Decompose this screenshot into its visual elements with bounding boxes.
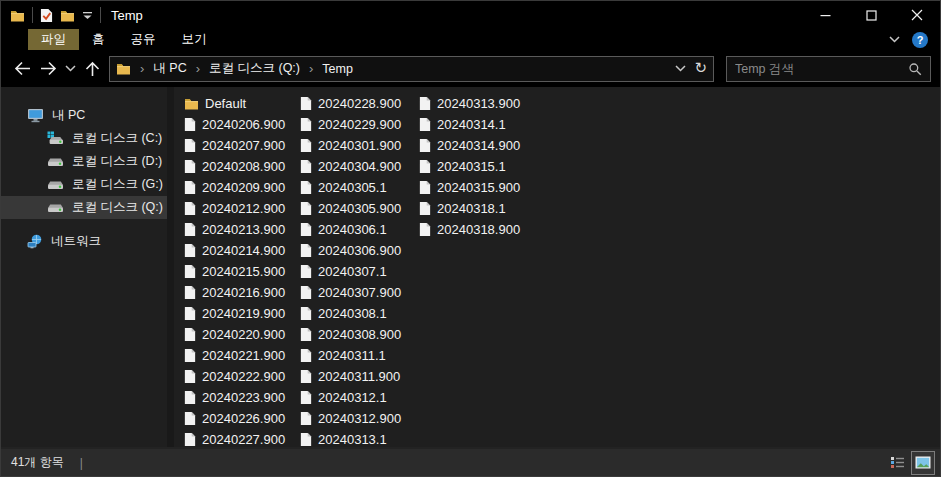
file-name: 20240227.900 <box>202 432 285 447</box>
file-item[interactable]: 20240213.900 <box>184 219 298 240</box>
file-item[interactable]: 20240318.1 <box>419 198 533 219</box>
file-list-pane[interactable]: Default20240206.90020240207.90020240208.… <box>174 87 940 447</box>
tab-0-파일[interactable]: 파일 <box>28 29 79 50</box>
search-box[interactable] <box>726 56 931 82</box>
breadcrumb-chevron-icon[interactable]: › <box>133 61 151 76</box>
thumbnail-view-button[interactable] <box>912 452 934 474</box>
breadcrumb-segment[interactable]: Temp <box>322 62 353 76</box>
file-item[interactable]: 20240313.900 <box>419 93 533 114</box>
file-name: 20240220.900 <box>202 327 285 342</box>
file-item[interactable]: 20240222.900 <box>184 366 298 387</box>
refresh-icon[interactable]: ↻ <box>694 59 707 77</box>
breadcrumb-chevron-icon[interactable]: › <box>189 61 207 76</box>
file-name: 20240219.900 <box>202 306 285 321</box>
file-item[interactable]: 20240215.900 <box>184 261 298 282</box>
sidebar-item-label: 로컬 디스크 (Q:) <box>72 199 163 216</box>
file-item[interactable]: 20240306.900 <box>300 240 414 261</box>
file-item[interactable]: 20240207.900 <box>184 135 298 156</box>
file-item[interactable]: 20240216.900 <box>184 282 298 303</box>
file-item[interactable]: 20240318.900 <box>419 219 533 240</box>
recent-locations-button[interactable] <box>63 57 77 81</box>
up-button[interactable] <box>81 57 103 81</box>
file-item[interactable]: 20240214.900 <box>184 240 298 261</box>
file-item[interactable]: 20240206.900 <box>184 114 298 135</box>
file-item[interactable]: 20240315.1 <box>419 156 533 177</box>
file-item[interactable]: 20240311.1 <box>300 345 414 366</box>
file-item[interactable]: 20240226.900 <box>184 408 298 429</box>
file-item[interactable]: 20240306.1 <box>300 219 414 240</box>
file-name: 20240305.900 <box>318 201 401 216</box>
file-name: 20240301.900 <box>318 138 401 153</box>
file-item[interactable]: 20240209.900 <box>184 177 298 198</box>
file-name: 20240206.900 <box>202 117 285 132</box>
file-item[interactable]: 20240308.900 <box>300 324 414 345</box>
file-icon <box>184 180 196 195</box>
breadcrumb-chevron-icon[interactable]: › <box>302 61 320 76</box>
file-icon <box>184 138 196 153</box>
search-icon[interactable] <box>908 62 922 76</box>
file-item[interactable]: 20240311.900 <box>300 366 414 387</box>
back-button[interactable] <box>11 57 33 81</box>
forward-button[interactable] <box>37 57 59 81</box>
file-item[interactable]: 20240301.900 <box>300 135 414 156</box>
help-button[interactable]: ? <box>912 32 928 48</box>
status-divider: | <box>80 456 83 470</box>
search-input[interactable] <box>735 62 908 76</box>
file-item[interactable]: 20240208.900 <box>184 156 298 177</box>
file-icon <box>300 222 312 237</box>
file-item[interactable]: 20240312.900 <box>300 408 414 429</box>
sidebar-item-my-pc[interactable]: 내 PC <box>1 104 167 127</box>
details-view-button[interactable] <box>886 452 908 474</box>
arrow-up-icon <box>85 61 100 77</box>
tab-1-홈[interactable]: 홈 <box>79 29 118 50</box>
file-item[interactable]: 20240305.900 <box>300 198 414 219</box>
file-name: 20240314.900 <box>437 138 520 153</box>
minimize-button[interactable] <box>802 1 848 29</box>
ribbon-tab-row: 파일홈공유보기 ? <box>1 29 940 50</box>
file-item[interactable]: 20240223.900 <box>184 387 298 408</box>
breadcrumb-segment[interactable]: 내 PC <box>153 60 186 77</box>
file-icon <box>184 411 196 426</box>
sidebar-item-label: 내 PC <box>52 107 85 124</box>
file-item[interactable]: 20240314.1 <box>419 114 533 135</box>
file-name: 20240208.900 <box>202 159 285 174</box>
file-item[interactable]: 20240212.900 <box>184 198 298 219</box>
address-bar[interactable]: ›내 PC›로컬 디스크 (Q:)›Temp ↻ <box>109 56 714 82</box>
file-name: 20240311.1 <box>318 348 386 363</box>
file-icon <box>184 348 196 363</box>
breadcrumb-segment[interactable]: 로컬 디스크 (Q:) <box>209 60 300 77</box>
sidebar-item-disk-g[interactable]: 로컬 디스크 (G:) <box>1 173 167 196</box>
file-item[interactable]: 20240307.1 <box>300 261 414 282</box>
address-dropdown-chevron-down-icon[interactable] <box>675 65 686 72</box>
file-item[interactable]: 20240314.900 <box>419 135 533 156</box>
tab-3-보기[interactable]: 보기 <box>169 29 220 50</box>
file-item[interactable]: 20240228.900 <box>300 93 414 114</box>
drive-icon <box>47 201 64 214</box>
file-icon <box>300 96 312 111</box>
file-item[interactable]: 20240229.900 <box>300 114 414 135</box>
file-item[interactable]: 20240304.900 <box>300 156 414 177</box>
qat-properties-check-doc-icon[interactable] <box>40 8 53 23</box>
sidebar-item-disk-d[interactable]: 로컬 디스크 (D:) <box>1 150 167 173</box>
sidebar-item-network[interactable]: 네트워크 <box>1 230 167 253</box>
ribbon-expand-chevron-down-icon[interactable] <box>889 36 900 43</box>
file-item[interactable]: 20240307.900 <box>300 282 414 303</box>
sidebar-item-disk-c[interactable]: 로컬 디스크 (C:) <box>1 127 167 150</box>
maximize-button[interactable] <box>848 1 894 29</box>
file-item[interactable]: 20240312.1 <box>300 387 414 408</box>
title-bar: Temp <box>1 1 940 29</box>
file-item[interactable]: 20240219.900 <box>184 303 298 324</box>
folder-item[interactable]: Default <box>184 93 298 114</box>
close-button[interactable] <box>894 1 940 29</box>
qat-new-folder-icon[interactable] <box>60 9 75 22</box>
file-item[interactable]: 20240220.900 <box>184 324 298 345</box>
sidebar-item-disk-q[interactable]: 로컬 디스크 (Q:) <box>1 196 167 219</box>
qat-customize-chevron-down-icon[interactable] <box>82 11 93 20</box>
file-item[interactable]: 20240305.1 <box>300 177 414 198</box>
app-folder-icon <box>10 9 25 22</box>
pane-splitter[interactable] <box>167 87 174 447</box>
file-item[interactable]: 20240315.900 <box>419 177 533 198</box>
tab-2-공유[interactable]: 공유 <box>118 29 169 50</box>
file-item[interactable]: 20240221.900 <box>184 345 298 366</box>
file-item[interactable]: 20240308.1 <box>300 303 414 324</box>
